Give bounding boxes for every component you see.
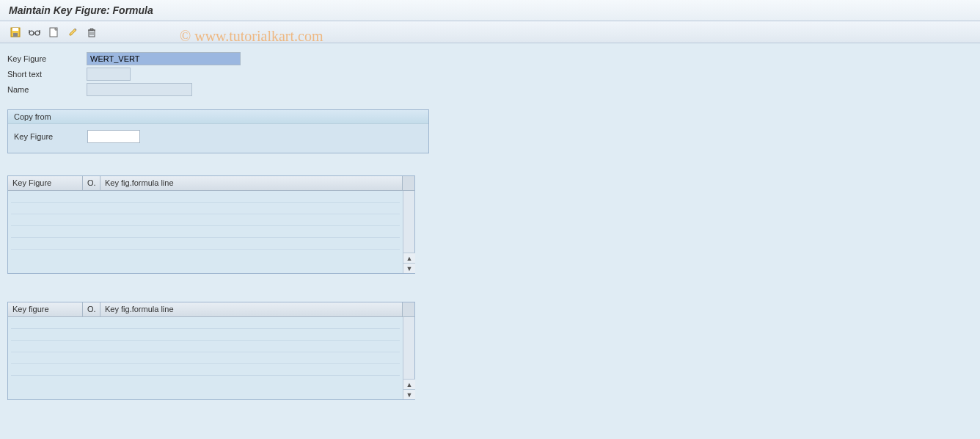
name-label: Name	[7, 85, 87, 94]
toolbar	[0, 21, 980, 43]
delete-button[interactable]	[84, 25, 100, 40]
formula-table-1: Key Figure O. Key fig.formula line ▲ ▼	[7, 175, 415, 274]
create-button[interactable]	[45, 25, 62, 40]
scroll-up-button[interactable]: ▲	[403, 253, 415, 263]
table-row[interactable]	[11, 238, 400, 250]
save-icon	[10, 27, 21, 37]
copy-from-key-figure-input[interactable]	[87, 130, 140, 143]
table-body[interactable]: ▲ ▼	[8, 317, 414, 399]
table-header: Key figure O. Key fig.formula line	[8, 302, 414, 317]
col-scroll-spacer	[403, 302, 414, 316]
short-text-label: Short text	[7, 70, 87, 79]
col-key-figure[interactable]: Key figure	[8, 302, 83, 316]
table-row[interactable]	[11, 317, 400, 329]
svg-point-3	[29, 31, 34, 35]
short-text-input[interactable]	[87, 68, 131, 81]
table-header: Key Figure O. Key fig.formula line	[8, 176, 414, 191]
col-operator[interactable]: O.	[83, 302, 100, 316]
content-area: Key Figure Short text Name Copy from Key…	[0, 43, 980, 409]
scrollbar[interactable]: ▲ ▼	[403, 317, 414, 399]
page-title: Maintain Key Figure: Formula	[0, 0, 980, 21]
copy-from-title: Copy from	[8, 110, 428, 124]
table-row[interactable]	[11, 364, 400, 376]
scrollbar[interactable]: ▲ ▼	[403, 191, 414, 273]
scroll-down-button[interactable]: ▼	[403, 263, 415, 273]
table-row[interactable]	[11, 214, 400, 226]
col-key-figure[interactable]: Key Figure	[8, 176, 83, 190]
delete-icon	[87, 27, 96, 37]
copy-from-group: Copy from Key Figure	[7, 109, 429, 153]
key-figure-label: Key Figure	[7, 54, 87, 63]
edit-button[interactable]	[65, 25, 81, 40]
key-figure-input[interactable]	[87, 52, 241, 65]
table-row[interactable]	[11, 226, 400, 238]
col-scroll-spacer	[403, 176, 414, 190]
col-formula-line[interactable]: Key fig.formula line	[100, 302, 403, 316]
scroll-down-button[interactable]: ▼	[403, 389, 415, 399]
edit-icon	[68, 27, 78, 37]
create-icon	[49, 27, 58, 37]
formula-table-2: Key figure O. Key fig.formula line ▲ ▼	[7, 302, 415, 400]
glasses-icon	[29, 28, 40, 37]
scroll-up-button[interactable]: ▲	[403, 379, 415, 389]
table-body[interactable]: ▲ ▼	[8, 191, 414, 273]
display-button[interactable]	[26, 25, 43, 40]
table-row[interactable]	[11, 203, 400, 214]
name-input[interactable]	[87, 83, 192, 96]
svg-point-4	[35, 31, 40, 35]
svg-rect-1	[12, 28, 18, 31]
table-row[interactable]	[11, 191, 400, 203]
table-row[interactable]	[11, 352, 400, 364]
table-row[interactable]	[11, 329, 400, 341]
table-row[interactable]	[11, 341, 400, 352]
col-operator[interactable]: O.	[83, 176, 100, 190]
svg-rect-2	[13, 33, 18, 37]
col-formula-line[interactable]: Key fig.formula line	[100, 176, 403, 190]
copy-from-key-figure-label: Key Figure	[14, 132, 87, 141]
save-button[interactable]	[7, 25, 23, 40]
